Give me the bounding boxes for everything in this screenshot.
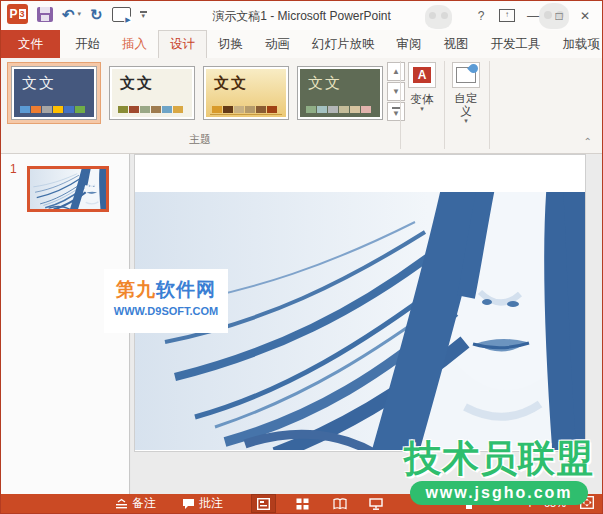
slide-number: 1 bbox=[10, 162, 17, 176]
ribbon-design: 文文 文文 文文 文文 bbox=[1, 58, 602, 154]
normal-view-icon bbox=[257, 498, 270, 510]
help-button[interactable]: ? bbox=[468, 5, 494, 27]
slide-thumbnail-image bbox=[30, 169, 106, 209]
collapse-ribbon-button[interactable]: ⌃ bbox=[584, 136, 592, 147]
watermark-d9soft: 第九软件网 WWW.D9SOFT.COM bbox=[104, 269, 228, 333]
ribbon-separator bbox=[444, 61, 445, 149]
slideshow-view-button[interactable] bbox=[363, 494, 389, 513]
watermark-d9-url: WWW.D9SOFT.COM bbox=[104, 305, 228, 317]
customize-button[interactable]: 自定义 ▾ bbox=[447, 62, 485, 124]
tab-addins[interactable]: 加载项 bbox=[552, 30, 603, 58]
tab-home[interactable]: 开始 bbox=[64, 30, 111, 58]
tab-developer[interactable]: 开发工具 bbox=[480, 30, 552, 58]
theme-selected-highlight: 文文 bbox=[7, 62, 101, 124]
tab-slideshow[interactable]: 幻灯片放映 bbox=[301, 30, 386, 58]
ribbon-tab-row: 文件 开始 插入 设计 切换 动画 幻灯片放映 审阅 视图 开发工具 加载项 bbox=[1, 30, 602, 58]
tab-animations[interactable]: 动画 bbox=[254, 30, 301, 58]
theme-thumbnail-1[interactable]: 文文 bbox=[11, 66, 97, 120]
variants-button[interactable]: A 变体 ▾ bbox=[403, 62, 441, 112]
ribbon-separator bbox=[489, 61, 490, 149]
theme-thumbnail-4[interactable]: 文文 bbox=[297, 66, 383, 120]
window-controls: ? ↑ — □ ✕ bbox=[468, 1, 598, 30]
themes-gallery: 文文 文文 文文 文文 bbox=[7, 62, 405, 124]
customize-icon bbox=[456, 67, 476, 83]
theme-label: 文文 bbox=[214, 75, 248, 91]
watermark-d9-part2: 软件网 bbox=[156, 279, 216, 300]
ribbon-separator bbox=[400, 61, 401, 149]
theme-label: 文文 bbox=[308, 74, 342, 91]
slide-1-thumbnail[interactable] bbox=[27, 166, 109, 212]
slideshow-view-icon bbox=[369, 498, 383, 510]
notes-icon bbox=[115, 498, 128, 509]
slide-sorter-view-button[interactable] bbox=[290, 494, 315, 513]
theme-thumbnail-3[interactable]: 文文 bbox=[203, 66, 289, 120]
slide-sorter-icon bbox=[296, 498, 309, 510]
theme-color-swatches bbox=[118, 106, 183, 113]
variants-icon: A bbox=[413, 67, 431, 83]
close-button[interactable]: ✕ bbox=[572, 5, 598, 27]
notes-button[interactable]: 备注 bbox=[109, 494, 162, 513]
comments-button[interactable]: 批注 bbox=[176, 494, 229, 513]
tab-review[interactable]: 审阅 bbox=[386, 30, 433, 58]
minimize-button[interactable]: — bbox=[520, 5, 546, 27]
maximize-button[interactable]: □ bbox=[546, 5, 572, 27]
powerpoint-window: P3 ↶ ▾ ↻ ▾ 演示文稿1 - Microsoft PowerPoint … bbox=[0, 0, 603, 514]
tab-view[interactable]: 视图 bbox=[433, 30, 480, 58]
themes-group-label: 主题 bbox=[1, 132, 399, 147]
tab-file[interactable]: 文件 bbox=[1, 30, 60, 58]
theme-color-swatches bbox=[212, 106, 277, 113]
ribbon-display-options-button[interactable]: ↑ bbox=[494, 5, 520, 27]
normal-view-button[interactable] bbox=[251, 494, 276, 513]
watermark-d9-part1: 第九 bbox=[116, 279, 156, 300]
watermark-jsgho-url: www.jsgho.com bbox=[410, 481, 588, 505]
theme-color-swatches bbox=[20, 106, 85, 113]
theme-color-swatches bbox=[306, 106, 371, 113]
comments-icon bbox=[182, 498, 195, 510]
tab-design[interactable]: 设计 bbox=[158, 30, 207, 58]
tab-insert[interactable]: 插入 bbox=[111, 30, 158, 58]
watermark-jsgho: 技术员联盟 www.jsgho.com bbox=[404, 439, 594, 505]
reading-view-button[interactable] bbox=[327, 494, 353, 513]
theme-thumbnail-2[interactable]: 文文 bbox=[109, 66, 195, 120]
watermark-jsgho-name: 技术员联盟 bbox=[404, 439, 594, 479]
ribbon-display-options-icon: ↑ bbox=[499, 9, 515, 22]
tab-transitions[interactable]: 切换 bbox=[207, 30, 254, 58]
theme-label: 文文 bbox=[120, 74, 154, 91]
reading-view-icon bbox=[333, 498, 347, 510]
theme-label: 文文 bbox=[22, 74, 56, 91]
titlebar: P3 ↶ ▾ ↻ ▾ 演示文稿1 - Microsoft PowerPoint … bbox=[1, 1, 602, 30]
